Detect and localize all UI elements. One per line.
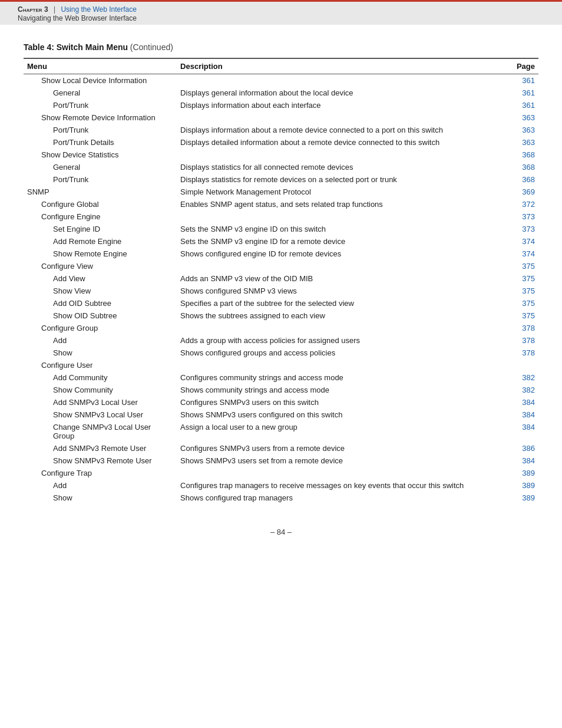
cell-page[interactable]: 368 [502, 161, 538, 173]
cell-menu: Configure View [24, 260, 177, 272]
table-row: GeneralDisplays statistics for all conne… [24, 161, 538, 173]
cell-description: Displays statistics for all connected re… [177, 161, 501, 173]
cell-menu: Show OID Subtree [24, 309, 177, 322]
cell-description: Specifies a part of the subtree for the … [177, 297, 501, 309]
cell-menu: Show View [24, 285, 177, 297]
table-row: Port/TrunkDisplays information about eac… [24, 99, 538, 111]
cell-menu: Show SNMPv3 Local User [24, 409, 177, 421]
cell-description: Shows configured SNMP v3 views [177, 285, 501, 297]
table-header-row: Menu Description Page [24, 58, 538, 74]
cell-description: Adds a group with access policies for as… [177, 334, 501, 347]
table-row: Configure Engine373 [24, 210, 538, 223]
cell-description [177, 111, 501, 124]
cell-description: Simple Network Management Protocol [177, 186, 501, 198]
table-row: Add SNMPv3 Remote UserConfigures SNMPv3 … [24, 442, 538, 454]
table-row: Port/TrunkDisplays information about a r… [24, 124, 538, 136]
cell-page[interactable]: 372 [502, 198, 538, 210]
cell-page[interactable]: 375 [502, 272, 538, 285]
cell-page[interactable]: 363 [502, 136, 538, 149]
cell-page [502, 359, 538, 371]
cell-description: Sets the SNMP v3 engine ID for a remote … [177, 235, 501, 248]
header-bar: Chapter 3 | Using the Web Interface Navi… [0, 0, 562, 25]
table-row: AddConfigures trap managers to receive m… [24, 479, 538, 492]
cell-page[interactable]: 386 [502, 442, 538, 454]
cell-page[interactable]: 375 [502, 297, 538, 309]
cell-description: Configures trap managers to receive mess… [177, 479, 501, 492]
cell-menu: Set Engine ID [24, 223, 177, 235]
cell-page[interactable]: 389 [502, 467, 538, 479]
cell-description: Shows the subtrees assigned to each view [177, 309, 501, 322]
page-number: – 84 – [270, 528, 292, 536]
table-row: Show CommunityShows community strings an… [24, 384, 538, 396]
cell-page[interactable]: 389 [502, 479, 538, 492]
table-row: Set Engine IDSets the SNMP v3 engine ID … [24, 223, 538, 235]
cell-page[interactable]: 384 [502, 454, 538, 467]
cell-description: Adds an SNMP v3 view of the OID MIB [177, 272, 501, 285]
cell-description: Shows configured engine ID for remote de… [177, 248, 501, 260]
cell-menu: Change SNMPv3 Local User Group [24, 421, 177, 442]
header-chapter: Chapter 3 | Using the Web Interface [18, 5, 544, 14]
cell-page[interactable]: 378 [502, 334, 538, 347]
table-row: AddAdds a group with access policies for… [24, 334, 538, 347]
cell-menu: Add SNMPv3 Remote User [24, 442, 177, 454]
cell-page[interactable]: 384 [502, 421, 538, 442]
table-row: Show Local Device Information361 [24, 74, 538, 87]
cell-description [177, 260, 501, 272]
cell-page[interactable]: 363 [502, 111, 538, 124]
cell-page[interactable]: 378 [502, 322, 538, 334]
cell-menu: Add Remote Engine [24, 235, 177, 248]
table-row: Port/TrunkDisplays statistics for remote… [24, 173, 538, 186]
cell-page[interactable]: 361 [502, 99, 538, 111]
cell-page[interactable]: 361 [502, 74, 538, 87]
cell-page[interactable]: 382 [502, 371, 538, 384]
cell-page[interactable]: 382 [502, 384, 538, 396]
chapter-title: Using the Web Interface [61, 5, 137, 14]
table-row: GeneralDisplays general information abou… [24, 87, 538, 99]
cell-description: Shows community strings and access mode [177, 384, 501, 396]
cell-menu: Port/Trunk [24, 99, 177, 111]
cell-page[interactable]: 369 [502, 186, 538, 198]
cell-description: Configures SNMPv3 users on this switch [177, 396, 501, 409]
cell-page[interactable]: 373 [502, 210, 538, 223]
cell-description [177, 74, 501, 87]
cell-page[interactable]: 384 [502, 409, 538, 421]
cell-description [177, 359, 501, 371]
table-row: Add ViewAdds an SNMP v3 view of the OID … [24, 272, 538, 285]
cell-menu: Add [24, 479, 177, 492]
cell-menu: Add View [24, 272, 177, 285]
cell-page[interactable]: 375 [502, 309, 538, 322]
cell-page[interactable]: 389 [502, 492, 538, 504]
cell-page[interactable]: 361 [502, 87, 538, 99]
table-row: Show Remote Device Information363 [24, 111, 538, 124]
cell-menu: Show Device Statistics [24, 149, 177, 161]
cell-page[interactable]: 368 [502, 173, 538, 186]
table-row: Port/Trunk DetailsDisplays detailed info… [24, 136, 538, 149]
cell-page[interactable]: 373 [502, 223, 538, 235]
cell-menu: Configure Trap [24, 467, 177, 479]
cell-description: Displays statistics for remote devices o… [177, 173, 501, 186]
table-row: Show OID SubtreeShows the subtrees assig… [24, 309, 538, 322]
cell-page[interactable]: 374 [502, 248, 538, 260]
cell-menu: Add SNMPv3 Local User [24, 396, 177, 409]
cell-description: Displays detailed information about a re… [177, 136, 501, 149]
table-row: ShowShows configured groups and access p… [24, 347, 538, 359]
table-row: Show Remote EngineShows configured engin… [24, 248, 538, 260]
cell-page[interactable]: 368 [502, 149, 538, 161]
cell-page[interactable]: 384 [502, 396, 538, 409]
table-row: Show SNMPv3 Remote UserShows SNMPv3 user… [24, 454, 538, 467]
table-title-text: Table 4: Switch Main Menu [24, 42, 128, 52]
table-row: Configure Group378 [24, 322, 538, 334]
cell-menu: Configure Group [24, 322, 177, 334]
cell-page[interactable]: 378 [502, 347, 538, 359]
cell-menu: Configure Engine [24, 210, 177, 223]
cell-description: Shows SNMPv3 users set from a remote dev… [177, 454, 501, 467]
cell-page[interactable]: 375 [502, 285, 538, 297]
cell-menu: Show Remote Device Information [24, 111, 177, 124]
cell-page[interactable]: 363 [502, 124, 538, 136]
cell-page[interactable]: 375 [502, 260, 538, 272]
cell-menu: Add OID Subtree [24, 297, 177, 309]
table-row: Change SNMPv3 Local User GroupAssign a l… [24, 421, 538, 442]
cell-menu: Show [24, 347, 177, 359]
cell-menu: Configure Global [24, 198, 177, 210]
cell-page[interactable]: 374 [502, 235, 538, 248]
